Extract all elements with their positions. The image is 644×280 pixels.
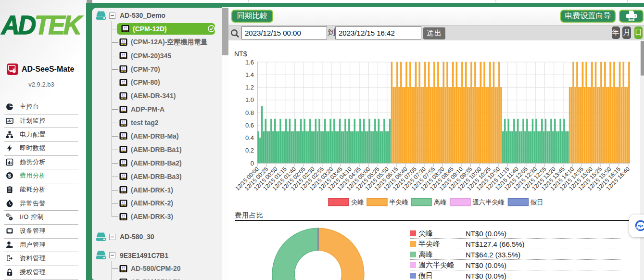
svg-text:尖峰: 尖峰 — [351, 199, 364, 206]
svg-text:週六半尖峰: 週六半尖峰 — [472, 199, 505, 206]
svg-text:0.6: 0.6 — [245, 122, 254, 129]
svg-text:$: $ — [8, 173, 12, 179]
svg-text:假日: 假日 — [530, 199, 543, 206]
svg-text:离峰: 离峰 — [434, 199, 447, 206]
svg-text:半尖峰: 半尖峰 — [389, 199, 409, 206]
svg-text:1.4: 1.4 — [245, 71, 254, 78]
svg-text:0: 0 — [251, 160, 254, 167]
svg-text:1.6: 1.6 — [245, 59, 254, 66]
svg-text:1.2: 1.2 — [245, 84, 254, 91]
svg-text:NT$: NT$ — [234, 50, 247, 58]
svg-text:0.4: 0.4 — [245, 134, 254, 141]
svg-text:1.0: 1.0 — [245, 96, 254, 103]
svg-text:0.8: 0.8 — [245, 109, 254, 116]
svg-text:0.2: 0.2 — [245, 147, 254, 154]
